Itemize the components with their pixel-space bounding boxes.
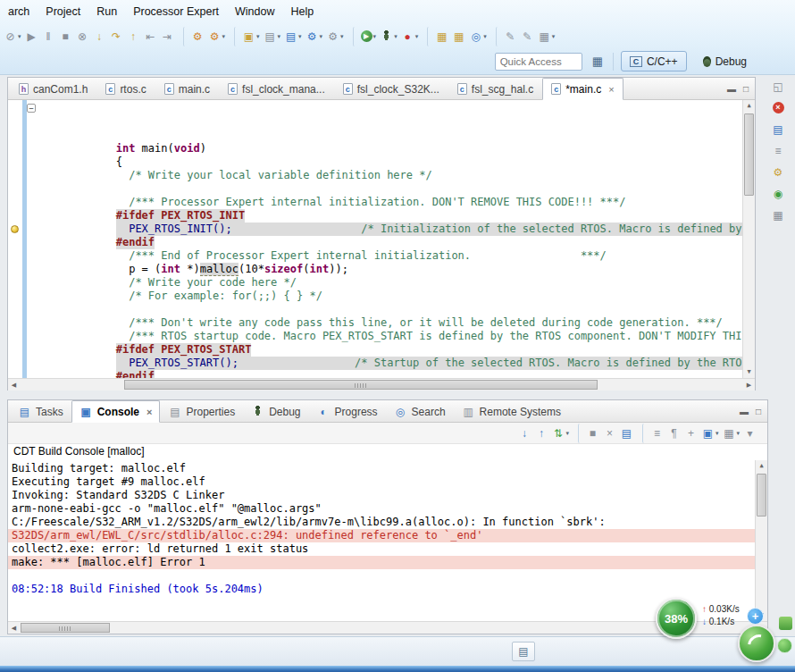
new-source-file-icon[interactable]: ▤ ▾ — [282, 27, 304, 46]
dropdown-caret-icon[interactable]: ▾ — [278, 33, 281, 40]
instruction-stepping-icon[interactable]: ⇥ — [159, 27, 176, 46]
minimize-icon[interactable]: ▬ — [727, 84, 736, 94]
restore-views-icon[interactable]: ◱ — [771, 79, 786, 94]
console-view-menu-icon[interactable]: ▾ — [741, 424, 758, 443]
maximize-icon[interactable]: □ — [743, 84, 749, 94]
tab-search[interactable]: ◎ Search — [386, 400, 454, 423]
tab-debug[interactable]: Debug — [243, 400, 308, 423]
scroll-left-icon[interactable]: ◀ — [8, 379, 20, 391]
scroll-to-previous-icon[interactable]: ↑ — [532, 424, 549, 443]
pin-console-icon[interactable]: + — [682, 424, 699, 443]
static-analysis-icon[interactable]: ⚙ ▾ — [304, 27, 325, 46]
new-wizard-icon[interactable]: ▣ ▾ — [234, 27, 262, 46]
scrollbar-thumb[interactable] — [21, 623, 110, 633]
last-edit-location-icon[interactable]: ✎ — [496, 27, 519, 46]
code-editor-area[interactable]: − int main(void) { /* Write your lo — [8, 100, 755, 378]
scroll-lock-icon[interactable]: ≡ — [642, 424, 665, 443]
dropdown-caret-icon[interactable]: ▾ — [394, 33, 398, 40]
show-error-in-editor-icon[interactable]: ⇅ ▾ — [549, 424, 571, 443]
tab-console[interactable]: ▣ Console × — [71, 400, 161, 423]
tab-remote-systems[interactable]: ▥ Remote Systems — [454, 400, 569, 423]
debug-icon[interactable]: ▾ — [378, 27, 399, 46]
suspend-icon[interactable]: ‖ — [40, 27, 57, 46]
clear-console-icon[interactable]: ▤ — [618, 424, 635, 443]
tab-main-c-active[interactable]: c *main.c × — [542, 78, 623, 100]
resume-icon[interactable]: ▶ — [23, 27, 40, 46]
open-element-icon[interactable]: ▦ — [427, 27, 450, 46]
tab-fsl-scg-hal-c[interactable]: c fsl_scg_hal.c — [448, 78, 542, 100]
tab-fsl-clock-mana[interactable]: c fsl_clock_mana... — [219, 78, 334, 100]
build-config-icon[interactable]: ⚙ ▾ — [206, 27, 228, 46]
problems-view-icon[interactable]: ▤ — [771, 122, 786, 137]
open-resource-icon[interactable]: ▦ — [450, 27, 467, 46]
fast-view-tray-icon[interactable]: ▤ — [512, 642, 535, 661]
remove-launch-icon[interactable]: × — [601, 424, 618, 443]
dropdown-caret-icon[interactable]: ▾ — [18, 33, 21, 40]
minimize-icon[interactable]: ▬ — [740, 407, 749, 416]
scrollbar-thumb[interactable] — [757, 474, 766, 517]
close-icon[interactable]: × — [146, 407, 152, 417]
tab-progress[interactable]: ◐ Progress — [309, 400, 386, 423]
tab-fsl-clock-s32k[interactable]: c fsl_clock_S32K... — [334, 78, 448, 100]
tab-main-c[interactable]: c main.c — [155, 78, 219, 100]
mini-cart-icon[interactable] — [777, 638, 792, 653]
build-icon[interactable]: ⚙ — [183, 27, 206, 46]
step-into-icon[interactable]: ↓ — [91, 27, 108, 46]
dropdown-caret-icon[interactable]: ▾ — [483, 33, 487, 40]
menu-window[interactable]: Window — [227, 2, 282, 21]
dropdown-caret-icon[interactable]: ▾ — [298, 33, 302, 40]
new-file-icon[interactable]: ▤ ▾ — [262, 27, 283, 46]
search-icon[interactable]: ◎ ▾ — [467, 27, 489, 46]
console-horizontal-scrollbar[interactable]: ◀ ▶ — [8, 621, 767, 634]
add-widget-button[interactable]: + — [747, 608, 764, 625]
open-console-icon[interactable]: ▣ ▾ — [699, 424, 721, 443]
next-annotation-icon[interactable]: ✎ — [519, 27, 536, 46]
quick-access-input[interactable] — [495, 53, 582, 71]
scroll-up-icon[interactable]: ▲ — [756, 460, 767, 472]
scroll-down-icon[interactable]: ▼ — [743, 366, 755, 378]
menu-search[interactable]: arch — [0, 2, 38, 21]
floating-ball-icon[interactable] — [738, 625, 775, 662]
perspective-debug-button[interactable]: Debug — [694, 51, 756, 71]
dropdown-caret-icon[interactable]: ▾ — [415, 33, 419, 40]
dropdown-caret-icon[interactable]: ▾ — [552, 33, 556, 40]
terminate-console-icon[interactable]: ■ — [578, 424, 601, 443]
dropdown-caret-icon[interactable]: ▾ — [736, 430, 740, 437]
menu-processor-expert[interactable]: Processor Expert — [125, 2, 227, 21]
perspective-cpp-button[interactable]: C C/C++ — [621, 51, 687, 71]
disconnect-icon[interactable]: ⊗ — [74, 27, 91, 46]
scroll-up-icon[interactable]: ▲ — [743, 100, 755, 112]
terminate-icon[interactable]: ■ — [57, 27, 74, 46]
tab-properties[interactable]: ▤ Properties — [160, 400, 243, 423]
error-log-icon[interactable]: × — [771, 100, 786, 115]
editor-vertical-scrollbar[interactable]: ▲ ▼ — [742, 100, 755, 378]
dropdown-caret-icon[interactable]: ▾ — [373, 33, 377, 40]
dropdown-caret-icon[interactable]: ▾ — [340, 33, 344, 40]
drop-to-frame-icon[interactable]: ⇤ — [142, 27, 159, 46]
memory-view-icon[interactable]: ▦ — [771, 207, 786, 223]
menu-help[interactable]: Help — [283, 2, 322, 21]
tab-rtos-c[interactable]: c rtos.c — [96, 78, 155, 100]
mini-shield-icon[interactable] — [779, 617, 792, 630]
open-perspective-icon[interactable]: ▦ — [590, 55, 606, 68]
scroll-right-icon[interactable]: ▶ — [743, 379, 755, 391]
tab-tasks[interactable]: ▤ Tasks — [10, 400, 71, 423]
skip-all-breakpoints-icon[interactable]: ⊘ ▾ — [2, 27, 23, 46]
console-vertical-scrollbar[interactable]: ▲ ▼ — [755, 460, 767, 621]
console-output-area[interactable]: Building target: malloc.elf Executing ta… — [8, 460, 767, 621]
profile-icon[interactable]: ● ▾ — [399, 27, 421, 46]
step-over-icon[interactable]: ↷ — [108, 27, 125, 46]
tab-cancom1-h[interactable]: h canCom1.h — [10, 78, 96, 100]
maximize-icon[interactable]: □ — [756, 407, 761, 416]
scroll-to-next-icon[interactable]: ↓ — [515, 424, 532, 443]
fold-minus-icon[interactable]: − — [27, 104, 36, 113]
pin-editor-icon[interactable]: ▦ ▾ — [536, 27, 557, 46]
dropdown-caret-icon[interactable]: ▾ — [222, 33, 226, 40]
menu-run[interactable]: Run — [88, 2, 125, 21]
outline-view-icon[interactable]: ≡ — [771, 143, 786, 158]
make-targets-icon[interactable]: ⚙ — [771, 164, 786, 180]
memory-usage-ball[interactable]: 38% — [656, 598, 697, 639]
word-wrap-icon[interactable]: ¶ — [665, 424, 682, 443]
scrollbar-thumb[interactable] — [744, 113, 754, 196]
display-console-icon[interactable]: ▦ ▾ — [720, 424, 741, 443]
